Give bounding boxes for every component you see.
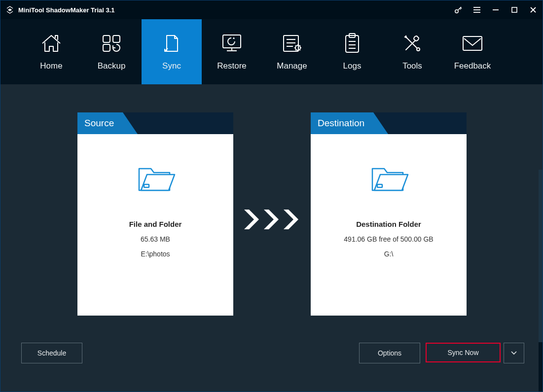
options-button[interactable]: Options xyxy=(359,343,420,363)
nav-label: Logs xyxy=(343,61,362,71)
backup-icon xyxy=(101,33,122,54)
main-nav: Home Backup Sync Restore Manage xyxy=(0,19,543,84)
folder-icon xyxy=(134,161,177,196)
card-header: Destination xyxy=(311,112,467,134)
nav-label: Backup xyxy=(98,61,126,71)
home-icon xyxy=(40,33,62,54)
destination-title: Destination xyxy=(311,112,373,134)
destination-path: G:\ xyxy=(384,250,394,258)
maximize-button[interactable] xyxy=(505,0,524,19)
svg-point-0 xyxy=(455,10,458,13)
destination-size: 491.06 GB free of 500.00 GB xyxy=(344,235,433,243)
svg-rect-8 xyxy=(103,36,110,42)
tools-icon xyxy=(402,33,423,54)
nav-feedback[interactable]: Feedback xyxy=(442,19,503,84)
manage-icon xyxy=(281,33,303,54)
sync-now-button[interactable]: Sync Now xyxy=(426,343,501,362)
menu-icon[interactable] xyxy=(468,0,486,19)
svg-rect-11 xyxy=(223,35,241,48)
nav-tools[interactable]: Tools xyxy=(382,19,442,84)
window-controls xyxy=(449,0,543,19)
nav-label: Feedback xyxy=(454,61,491,71)
svg-rect-10 xyxy=(103,44,110,51)
key-icon[interactable] xyxy=(449,0,468,19)
svg-rect-5 xyxy=(512,7,517,12)
svg-rect-9 xyxy=(113,36,120,42)
nav-backup[interactable]: Backup xyxy=(81,19,142,84)
nav-manage[interactable]: Manage xyxy=(262,19,322,84)
source-heading: File and Folder xyxy=(129,220,182,228)
source-path: E:\photos xyxy=(141,250,170,258)
arrow-icon xyxy=(242,208,301,231)
source-card[interactable]: Source File and Folder 65.63 MB E:\photo… xyxy=(77,112,233,316)
restore-icon xyxy=(220,33,244,54)
close-button[interactable] xyxy=(524,0,543,19)
svg-rect-19 xyxy=(346,36,359,52)
nav-label: Home xyxy=(40,61,62,71)
nav-restore[interactable]: Restore xyxy=(202,19,262,84)
nav-label: Tools xyxy=(402,61,422,71)
folder-icon xyxy=(367,161,410,196)
nav-label: Sync xyxy=(162,61,181,71)
schedule-button[interactable]: Schedule xyxy=(21,343,82,363)
sync-icon xyxy=(162,33,181,54)
title-bar: MiniTool ShadowMaker Trial 3.1 xyxy=(0,0,543,19)
app-window: MiniTool ShadowMaker Trial 3.1 xyxy=(0,0,543,392)
app-title: MiniTool ShadowMaker Trial 3.1 xyxy=(18,6,115,14)
destination-card[interactable]: Destination Destination Folder 491.06 GB… xyxy=(311,112,467,316)
nav-label: Restore xyxy=(217,61,247,71)
logs-icon xyxy=(343,33,362,54)
nav-label: Manage xyxy=(277,61,307,71)
nav-logs[interactable]: Logs xyxy=(322,19,382,84)
nav-sync[interactable]: Sync xyxy=(142,19,202,84)
feedback-icon xyxy=(461,33,484,54)
app-logo-icon xyxy=(5,5,14,14)
minimize-button[interactable] xyxy=(486,0,505,19)
destination-heading: Destination Folder xyxy=(356,220,421,228)
nav-home[interactable]: Home xyxy=(21,19,81,84)
card-header: Source xyxy=(77,112,233,134)
sync-now-dropdown[interactable] xyxy=(504,343,524,363)
source-title: Source xyxy=(77,112,123,134)
svg-point-24 xyxy=(417,48,420,51)
scrollbar-thumb[interactable] xyxy=(539,170,543,342)
sync-panel: Source File and Folder 65.63 MB E:\photo… xyxy=(0,84,543,392)
chevron-down-icon xyxy=(511,351,517,355)
source-size: 65.63 MB xyxy=(141,235,170,243)
svg-rect-25 xyxy=(463,36,482,50)
